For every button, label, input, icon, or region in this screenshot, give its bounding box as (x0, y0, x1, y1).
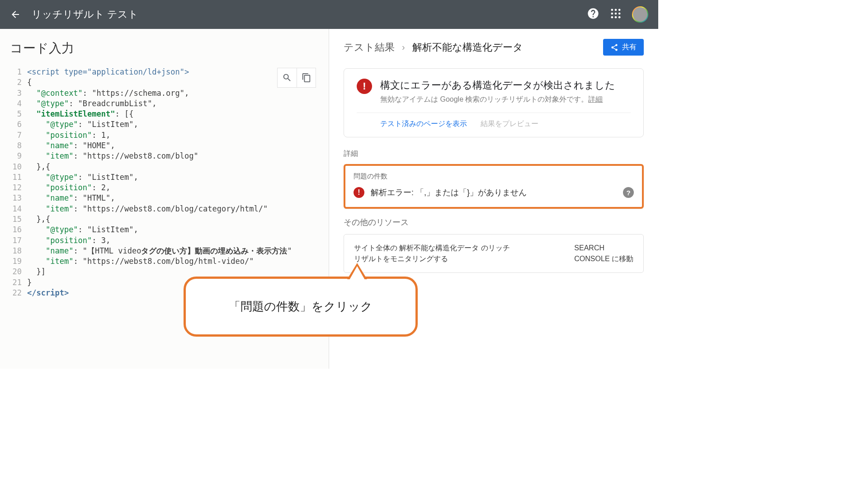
copy-icon[interactable] (297, 68, 316, 87)
code-line: 18 "name": "【HTML videoタグの使い方】動画の埋め込み・表示… (10, 246, 319, 256)
breadcrumb: テスト結果 › 解析不能な構造化データ 共有 (344, 39, 644, 56)
monitor-card-action: SEARCH CONSOLE に移動 (574, 243, 633, 264)
error-icon: ! (357, 79, 372, 94)
code-line: 8 "name": "HOME", (10, 141, 319, 151)
code-line: 5 "itemListElement": [{ (10, 109, 319, 119)
svg-point-2 (618, 9, 621, 11)
details-heading: 詳細 (344, 149, 644, 159)
svg-point-3 (611, 13, 613, 15)
code-input-title: コード入力 (10, 40, 319, 57)
help-icon[interactable]: ? (623, 187, 634, 198)
svg-point-6 (611, 16, 613, 19)
issues-box[interactable]: 問題の件数 ! 解析エラー: 「,」または「}」がありません ? (344, 164, 644, 209)
code-line: 3 "@context": "https://schema.org", (10, 88, 319, 99)
error-subtitle: 無効なアイテムは Google 検索のリッチリザルトの対象外です。詳細 (380, 95, 615, 104)
breadcrumb-root[interactable]: テスト結果 (344, 41, 395, 54)
search-console-card[interactable]: サイト全体の 解析不能な構造化データ のリッチ リザルトをモニタリングする SE… (344, 234, 644, 273)
code-line: 16 "@type": "ListItem", (10, 225, 319, 235)
monitor-card-text: サイト全体の 解析不能な構造化データ のリッチ リザルトをモニタリングする (354, 243, 510, 264)
error-title: 構文にエラーがある構造化データが検出されました (380, 79, 615, 92)
breadcrumb-current: 解析不能な構造化データ (412, 41, 603, 54)
code-line: 20 }] (10, 267, 319, 277)
chevron-right-icon: › (402, 42, 405, 52)
code-line: 7 "position": 1, (10, 130, 319, 141)
back-icon[interactable] (10, 9, 21, 20)
code-line: 12 "position": 2, (10, 183, 319, 193)
app-header: リッチリザルト テスト (0, 0, 658, 29)
annotation-callout: 「問題の件数」をクリック (184, 277, 418, 337)
search-icon[interactable] (278, 68, 297, 87)
apps-icon[interactable] (609, 7, 622, 22)
code-line: 13 "name": "HTML", (10, 193, 319, 203)
svg-point-1 (615, 9, 617, 11)
code-line: 4 "@type": "BreadcrumbList", (10, 99, 319, 109)
svg-point-7 (615, 16, 617, 19)
issue-text: 解析エラー: 「,」または「}」がありません (371, 187, 617, 198)
code-line: 2{ (10, 77, 319, 88)
code-line: 6 "@type": "ListItem", (10, 119, 319, 130)
share-label: 共有 (622, 42, 637, 52)
avatar[interactable] (632, 6, 648, 23)
svg-point-0 (611, 9, 613, 11)
code-line: 19 "item": "https://webst8.com/blog/html… (10, 256, 319, 267)
code-toolbar (277, 68, 316, 88)
issues-count-label: 問題の件数 (354, 172, 634, 181)
error-summary-card: ! 構文にエラーがある構造化データが検出されました 無効なアイテムは Googl… (344, 68, 644, 137)
other-resources-heading: その他のリソース (344, 217, 644, 228)
svg-point-8 (618, 16, 621, 19)
code-line: 9 "item": "https://webst8.com/blog" (10, 151, 319, 161)
code-line: 17 "position": 3, (10, 235, 319, 246)
view-tested-page-link[interactable]: テスト済みのページを表示 (380, 119, 467, 129)
code-line: 10 },{ (10, 162, 319, 172)
code-line: 15 },{ (10, 214, 319, 225)
svg-point-4 (615, 13, 617, 15)
app-title: リッチリザルト テスト (32, 8, 577, 21)
callout-text: 「問題の件数」をクリック (184, 277, 418, 337)
code-line: 14 "item": "https://webst8.com/blog/cate… (10, 204, 319, 214)
error-icon: ! (354, 187, 364, 198)
issue-row[interactable]: ! 解析エラー: 「,」または「}」がありません ? (354, 187, 634, 198)
help-icon[interactable] (587, 7, 599, 22)
share-button[interactable]: 共有 (603, 39, 644, 56)
code-line: 1<script type="application/ld+json"> (10, 67, 319, 77)
svg-point-5 (618, 13, 621, 15)
code-line: 11 "@type": "ListItem", (10, 172, 319, 183)
preview-results-link: 結果をプレビュー (481, 119, 538, 129)
code-editor[interactable]: 1<script type="application/ld+json">2{3 … (10, 67, 319, 298)
details-link[interactable]: 詳細 (588, 95, 603, 103)
